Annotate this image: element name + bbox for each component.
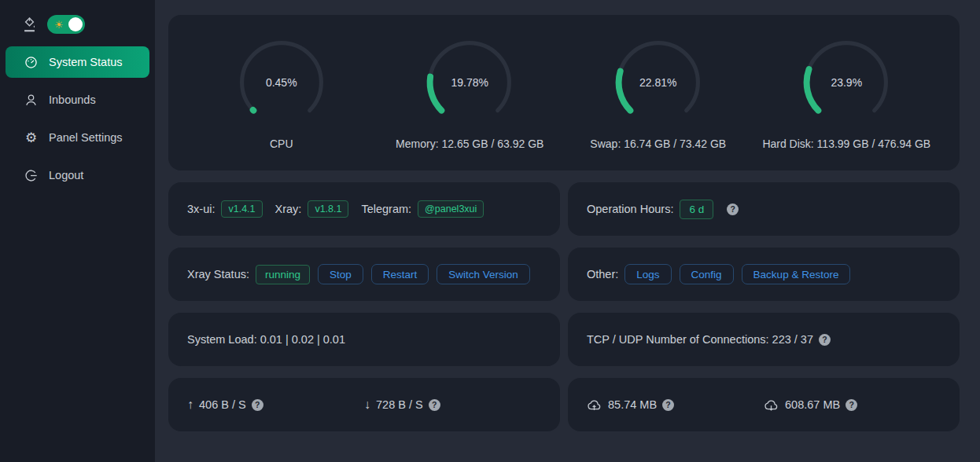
config-button[interactable]: Config [680,264,734,284]
versions-card: 3x-ui: v1.4.1 Xray: v1.8.1 Telegram: @pa… [168,182,560,236]
question-icon[interactable]: ? [429,399,440,411]
xray-version-label: Xray: [275,203,302,215]
upload-speed: ↑ 406 B / S ? [168,398,364,411]
sidebar-item-label: Logout [49,169,83,182]
xray-status-label: Xray Status: [187,268,249,280]
restart-button[interactable]: Restart [371,264,429,284]
other-label: Other: [587,268,618,280]
sidebar-item-label: System Status [49,56,122,68]
arrow-up-icon: ↑ [187,398,193,411]
system-load-text: System Load: 0.01 | 0.02 | 0.01 [187,333,345,346]
question-icon[interactable]: ? [662,399,674,411]
sidebar-item-label: Inbounds [49,94,96,106]
swap-label: Swap: 16.74 GB / 73.42 GB [590,138,726,150]
cloud-download-icon [764,399,779,411]
total-sent: 85.74 MB ? [568,398,764,411]
download-speed: ↓ 728 B / S ? [364,398,560,411]
xray-status-card: Xray Status: running Stop Restart Switch… [168,248,560,301]
operation-hours-value-tag: 6 d [680,200,713,219]
total-received: 608.67 MB ? [764,398,960,411]
cpu-label: CPU [270,138,293,150]
total-sent-text: 85.74 MB [608,398,657,411]
status-cards-grid: 3x-ui: v1.4.1 Xray: v1.8.1 Telegram: @pa… [168,182,960,431]
cpu-gauge: 0.45% CPU [187,38,376,170]
theme-paint-icon [22,17,37,32]
xray-running-tag: running [256,265,310,284]
gauges-card: 0.45% CPU 19.78% Memory: 12.65 GB / 63.9… [168,15,960,170]
network-speed-card: ↑ 406 B / S ? ↓ 728 B / S ? [168,378,560,431]
question-icon[interactable]: ? [727,204,739,215]
backup-restore-button[interactable]: Backup & Restore [742,264,851,284]
dashboard-icon [24,56,38,69]
arrow-down-icon: ↓ [364,398,370,411]
sidebar-item-panel-settings[interactable]: ⚙ Panel Settings [6,122,149,153]
sidebar-item-label: Panel Settings [49,131,123,144]
xui-version-label: 3x-ui: [187,203,215,215]
sidebar: ☀ System Status [0,0,155,462]
memory-percent: 19.78% [426,38,514,126]
system-load-card: System Load: 0.01 | 0.02 | 0.01 [168,313,560,366]
sidebar-item-inbounds[interactable]: Inbounds [6,84,149,116]
other-actions-card: Other: Logs Config Backup & Restore [568,248,960,301]
total-received-text: 608.67 MB [785,398,840,411]
telegram-link-tag[interactable]: @panel3xui [418,200,484,218]
user-icon [24,94,38,107]
connections-card: TCP / UDP Number of Connections: 223 / 3… [568,313,960,366]
swap-gauge: 22.81% Swap: 16.74 GB / 73.42 GB [564,38,753,170]
cloud-upload-icon [587,399,602,411]
sidebar-item-system-status[interactable]: System Status [6,46,149,78]
sidebar-top: ☀ [0,14,155,35]
gear-icon: ⚙ [24,131,38,145]
memory-gauge: 19.78% Memory: 12.65 GB / 63.92 GB [376,38,565,170]
download-speed-text: 728 B / S [376,398,423,411]
app-window: ☀ System Status [0,0,980,462]
telegram-label: Telegram: [361,203,411,215]
cpu-percent: 0.45% [238,38,326,126]
operation-hours-label: Operation Hours: [587,203,673,215]
hard-disk-gauge: 23.9% Hard Disk: 113.99 GB / 476.94 GB [753,38,941,170]
question-icon[interactable]: ? [846,399,857,411]
question-icon[interactable]: ? [819,334,831,346]
switch-version-button[interactable]: Switch Version [437,264,530,284]
memory-label: Memory: 12.65 GB / 63.92 GB [396,138,543,150]
upload-speed-text: 406 B / S [199,398,246,411]
connections-text: TCP / UDP Number of Connections: 223 / 3… [587,333,813,346]
logs-button[interactable]: Logs [624,264,671,284]
xray-version-tag: v1.8.1 [308,200,348,218]
hard-disk-percent: 23.9% [802,38,890,126]
logout-icon [24,169,38,182]
network-totals-card: 85.74 MB ? 608.67 MB ? [568,378,960,431]
dark-mode-toggle[interactable]: ☀ [47,15,85,34]
question-icon[interactable]: ? [252,399,263,411]
sun-icon: ☀ [54,20,64,30]
toggle-knob [68,17,83,31]
main-content: 0.45% CPU 19.78% Memory: 12.65 GB / 63.9… [155,0,980,462]
sidebar-nav: System Status Inbounds ⚙ Panel Settings [0,46,155,191]
operation-hours-card: Operation Hours: 6 d ? [568,182,960,236]
xui-version-tag: v1.4.1 [221,200,262,218]
stop-button[interactable]: Stop [318,264,363,284]
sidebar-item-logout[interactable]: Logout [6,160,149,191]
hard-disk-label: Hard Disk: 113.99 GB / 476.94 GB [762,138,930,150]
swap-percent: 22.81% [614,38,702,126]
